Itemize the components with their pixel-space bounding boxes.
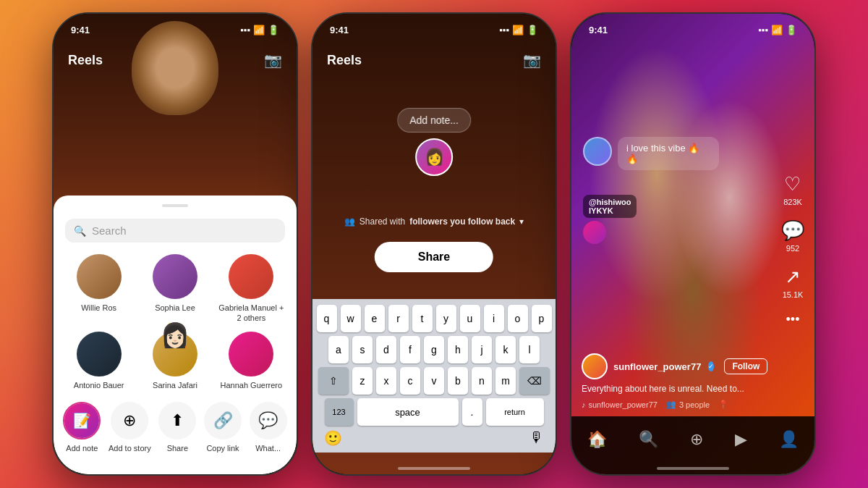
more-action[interactable]: ••• <box>786 312 800 327</box>
meta-row: ♪ sunflower_power77 👥 3 people 📍 <box>582 400 765 409</box>
share-icon: ⬆ <box>158 402 196 439</box>
contact-item-6[interactable]: Hannah Guerrero <box>218 332 285 390</box>
key-d[interactable]: d <box>376 336 396 363</box>
contact-avatar-6 <box>229 332 273 376</box>
key-k[interactable]: k <box>495 336 516 363</box>
status-time-2: 9:41 <box>330 25 349 35</box>
people-count: 3 people <box>679 400 710 409</box>
key-return[interactable]: return <box>486 398 544 426</box>
key-y[interactable]: y <box>436 305 456 332</box>
shared-with-row[interactable]: 👥 Shared with followers you follow back … <box>344 216 524 227</box>
key-q[interactable]: q <box>317 305 337 332</box>
note-preview: 📝 <box>64 403 99 438</box>
search-icon: 🔍 <box>74 225 86 237</box>
add-to-story-label: Add to story <box>109 444 151 453</box>
key-i[interactable]: i <box>484 305 504 332</box>
contact-avatar-1 <box>77 254 122 299</box>
share-button-action[interactable]: ⬆ Share <box>158 402 196 453</box>
key-s[interactable]: s <box>352 336 373 363</box>
video-info: sunflower_power77 ✓ Follow Everything ab… <box>571 353 775 409</box>
chevron-down-icon: ▾ <box>519 216 524 227</box>
key-shift[interactable]: ⇧ <box>318 367 349 395</box>
nav-home[interactable]: 🏠 <box>587 430 607 449</box>
key-m[interactable]: m <box>495 367 516 395</box>
username-comment: @hishiwoo IYKYK <box>583 195 637 244</box>
share-count: 15.1K <box>783 290 804 299</box>
heart-icon: ♡ <box>784 173 801 195</box>
search-bar[interactable]: 🔍 Search <box>65 219 285 243</box>
share-action[interactable]: ↗ 15.1K <box>783 266 804 299</box>
battery-icon: 🔋 <box>268 25 279 35</box>
contact-item-1[interactable]: Willie Ros <box>65 254 132 322</box>
key-x[interactable]: x <box>376 367 396 395</box>
contact-item-2[interactable]: Sophia Lee <box>141 254 208 322</box>
mic-button[interactable]: 🎙 <box>529 429 544 447</box>
add-to-story-button[interactable]: ⊕ Add to story <box>109 402 151 453</box>
key-b[interactable]: b <box>448 367 468 395</box>
key-z[interactable]: z <box>352 367 373 395</box>
key-t[interactable]: t <box>412 305 433 332</box>
phone-1: 9:41 ▪▪▪ 📶 🔋 Reels 📷 🔍 Search <box>52 12 298 476</box>
sheet-handle <box>162 204 188 207</box>
add-to-story-icon: ⊕ <box>111 402 148 439</box>
nav-create[interactable]: ⊕ <box>690 430 703 449</box>
key-numbers[interactable]: 123 <box>325 398 354 426</box>
nav-search[interactable]: 🔍 <box>639 430 658 449</box>
whatsapp-button[interactable]: 💬 What... <box>250 402 287 453</box>
username-bubble: @hishiwoo IYKYK <box>583 195 637 218</box>
music-label: sunflower_power77 <box>589 400 658 409</box>
vibe-bubble: i love this vibe 🔥🔥 <box>618 137 719 170</box>
people-icon-3: 👥 <box>666 400 676 409</box>
contact-item-4[interactable]: Antonio Bauer <box>65 332 132 390</box>
username-text: @hishiwoo <box>589 198 631 206</box>
add-note-label: Add note <box>66 444 98 453</box>
key-g[interactable]: g <box>424 336 444 363</box>
battery-icon-3: 🔋 <box>786 25 797 35</box>
key-l[interactable]: l <box>519 336 540 363</box>
key-j[interactable]: j <box>472 336 492 363</box>
key-f[interactable]: f <box>400 336 420 363</box>
status-icons-1: ▪▪▪ 📶 🔋 <box>240 25 279 35</box>
key-backspace[interactable]: ⌫ <box>519 367 550 395</box>
comment-action[interactable]: 💬 952 <box>781 219 804 253</box>
key-space[interactable]: space <box>357 398 459 426</box>
key-e[interactable]: e <box>365 305 385 332</box>
people-icon: 👥 <box>344 216 355 227</box>
phone-2: 9:41 ▪▪▪ 📶 🔋 Reels 📷 Add note... 👩 👥 Sha… <box>311 12 557 476</box>
contact-avatar-3 <box>229 254 273 299</box>
key-h[interactable]: h <box>448 336 468 363</box>
key-n[interactable]: n <box>472 367 492 395</box>
home-indicator-2 <box>398 467 470 470</box>
add-note-button[interactable]: 📝 Add note <box>63 402 101 453</box>
like-action[interactable]: ♡ 823K <box>783 173 802 206</box>
share-icon-3: ↗ <box>785 266 801 288</box>
reels-header-1: Reels 📷 <box>54 46 297 75</box>
key-r[interactable]: r <box>388 305 409 332</box>
contact-name-6: Hannah Guerrero <box>221 381 283 390</box>
camera-button-2[interactable]: 📷 <box>523 51 541 69</box>
key-p[interactable]: p <box>532 305 552 332</box>
key-c[interactable]: c <box>400 367 420 395</box>
contact-name-5: Sarina Jafari <box>153 381 197 390</box>
location-icon: 📍 <box>718 400 728 409</box>
key-o[interactable]: o <box>508 305 528 332</box>
verified-badge: ✓ <box>708 361 714 371</box>
contact-avatar-2 <box>153 254 197 299</box>
nav-reels[interactable]: ▶ <box>735 430 747 449</box>
share-confirm-button[interactable]: Share <box>375 242 493 272</box>
note-text-bubble[interactable]: Add note... <box>397 108 471 132</box>
key-a[interactable]: a <box>328 336 349 363</box>
contact-item-3[interactable]: Gabriela Manuel + 2 others <box>218 254 285 322</box>
copy-link-button[interactable]: 🔗 Copy link <box>204 402 242 453</box>
share-glyph: ⬆ <box>171 411 184 430</box>
key-u[interactable]: u <box>460 305 480 332</box>
emoji-button[interactable]: 🙂 <box>324 429 342 447</box>
key-v[interactable]: v <box>424 367 444 395</box>
key-period[interactable]: . <box>462 398 482 426</box>
follow-button[interactable]: Follow <box>724 358 767 374</box>
camera-button-1[interactable]: 📷 <box>264 51 282 69</box>
creator-avatar <box>582 353 608 379</box>
caption-text: Everything about here is unreal. Need to… <box>582 384 765 394</box>
nav-profile[interactable]: 👤 <box>779 430 799 449</box>
key-w[interactable]: w <box>341 305 361 332</box>
